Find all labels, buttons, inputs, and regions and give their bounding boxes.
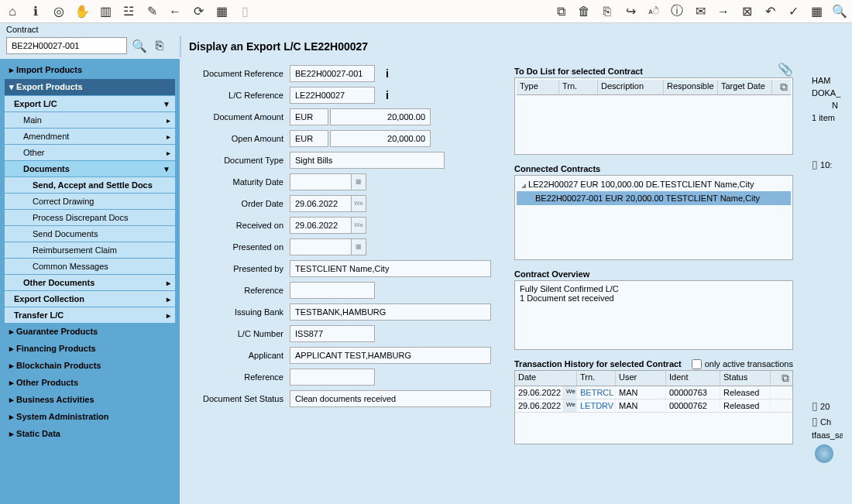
order-date-input[interactable]: [290, 195, 352, 212]
ext-r5[interactable]: ▯ 10:: [812, 158, 843, 170]
nav-documents[interactable]: Documents▼: [5, 161, 175, 177]
page-title: Display an Export L/C LE22H00027: [189, 40, 368, 53]
maturity-input[interactable]: [290, 173, 352, 190]
nav-guarantee[interactable]: ▸ Guarantee Products: [5, 324, 175, 340]
ext-r6[interactable]: ▯ 20: [812, 399, 843, 412]
target-icon[interactable]: ◎: [51, 4, 67, 19]
doc-amount-value[interactable]: [330, 108, 431, 125]
page-icon[interactable]: ▯: [237, 4, 253, 19]
nav-financing[interactable]: ▸ Financing Products: [5, 341, 175, 357]
shapes-icon[interactable]: ☳: [121, 4, 136, 19]
open-amount-value[interactable]: [330, 130, 431, 147]
edit-icon[interactable]: ✎: [144, 4, 160, 19]
back-icon[interactable]: ←: [167, 4, 183, 19]
nav-correct-drawing[interactable]: Correct Drawing: [5, 194, 175, 209]
newdoc-icon[interactable]: ⎘: [599, 4, 615, 19]
nav-other[interactable]: Other▸: [5, 145, 175, 160]
doc-type-input[interactable]: [290, 152, 445, 169]
ext-r1: HAM: [812, 76, 843, 85]
nav-import-products[interactable]: ▸ Import Products: [5, 62, 175, 78]
attachment-icon[interactable]: 📎: [778, 62, 793, 77]
search-icon[interactable]: 🔍: [132, 38, 147, 53]
lc-ref-input[interactable]: [290, 87, 375, 104]
open-amount-currency[interactable]: [290, 130, 328, 147]
applicant-input[interactable]: [290, 347, 491, 364]
only-active-checkbox[interactable]: [692, 359, 702, 369]
nav-send-documents[interactable]: Send Documents: [5, 226, 175, 242]
maturity-label: Maturity Date: [189, 177, 290, 187]
trans-col-date: Date: [515, 371, 577, 386]
nav-export-products[interactable]: ▾ Export Products: [5, 79, 175, 95]
maturity-cal-icon[interactable]: ▦: [351, 173, 366, 190]
cal2-icon[interactable]: ▦: [809, 4, 824, 19]
received-input[interactable]: [290, 217, 352, 234]
info-icon[interactable]: ℹ: [28, 4, 43, 19]
nav-send-accept-settle[interactable]: Send, Accept and Settle Docs: [5, 177, 175, 193]
reference1-input[interactable]: [290, 282, 375, 299]
trans-row-1[interactable]: 29.06.2022 We LETDRV MAN 00000762 Releas…: [515, 399, 792, 413]
edit2-icon[interactable]: ⧉: [553, 4, 569, 19]
mail-icon[interactable]: ✉: [692, 4, 708, 19]
check-icon[interactable]: ✓: [785, 4, 801, 19]
nav-export-collection[interactable]: Export Collection▸: [5, 291, 175, 307]
doc-amount-currency[interactable]: [290, 108, 328, 125]
connected-box: ◢ LE22H00027 EUR 100,000.00 DE.TESTCLIEN…: [514, 175, 793, 260]
info2-icon[interactable]: ⓘ: [669, 4, 685, 19]
presented-by-input[interactable]: [290, 260, 491, 277]
nav-other-documents[interactable]: Other Documents▸: [5, 275, 175, 290]
trash-icon[interactable]: 🗑: [576, 4, 592, 19]
presented-on-cal-icon[interactable]: ▦: [351, 238, 366, 255]
todo-copy-icon[interactable]: ⧉: [777, 80, 791, 94]
presented-on-label: Presented on: [189, 242, 290, 252]
todo-col-desc: Description: [598, 80, 664, 94]
trans-copy-icon[interactable]: ⧉: [778, 371, 792, 386]
doc-open-icon[interactable]: ⎘: [152, 38, 167, 53]
lc-number-input[interactable]: [290, 325, 375, 342]
hand-icon[interactable]: ✋: [74, 4, 90, 19]
ext-r3: N: [812, 101, 843, 110]
nav-transfer-lc[interactable]: Transfer L/C▸: [5, 307, 175, 323]
ext-r7[interactable]: ▯ Ch: [812, 415, 843, 427]
nav-main[interactable]: Main▸: [5, 112, 175, 128]
revchars-icon[interactable]: ᴀੈ: [646, 4, 661, 19]
boxx-icon[interactable]: ⊠: [739, 4, 754, 19]
nav-static-data[interactable]: ▸ Static Data: [5, 426, 175, 442]
presented-on-input[interactable]: [290, 238, 352, 255]
ext-r8: tfaas_sa: [812, 430, 843, 440]
nav-blockchain[interactable]: ▸ Blockchain Products: [5, 358, 175, 374]
doc-set-status-input[interactable]: [290, 390, 491, 407]
nav-export-lc[interactable]: Export L/C▼: [5, 96, 175, 111]
nav-other-products[interactable]: ▸ Other Products: [5, 375, 175, 391]
trans-col-trn: Trn.: [577, 371, 616, 386]
reference2-input[interactable]: [290, 369, 375, 386]
forward-icon[interactable]: ↪: [623, 4, 638, 19]
contract-search-input[interactable]: [6, 37, 127, 54]
doc-ref-input[interactable]: [290, 65, 375, 82]
nav-business-activities[interactable]: ▸ Business Activities: [5, 392, 175, 408]
connected-title: Connected Contracts: [514, 163, 793, 175]
nav-system-admin[interactable]: ▸ System Administration: [5, 409, 175, 425]
nav-common-messages[interactable]: Common Messages: [5, 259, 175, 274]
refresh-icon[interactable]: ⟳: [191, 4, 206, 19]
home-icon[interactable]: ⌂: [5, 4, 20, 19]
connected-child[interactable]: BE22H00027-001 EUR 20,000.00 TESTCLIENT …: [517, 191, 791, 205]
overview-box: Fully Silent Confirmed L/C 1 Document se…: [514, 280, 793, 350]
calendar-icon[interactable]: ▦: [214, 4, 229, 19]
undo-icon[interactable]: ↶: [762, 4, 778, 19]
contract-row: Contract: [0, 23, 852, 34]
magnify-icon[interactable]: 🔍: [832, 4, 847, 19]
send-icon[interactable]: →: [716, 4, 731, 19]
right-column: 📎 To Do List for selected Contract Type …: [514, 65, 793, 502]
lc-ref-info-icon[interactable]: i: [386, 89, 389, 101]
circle-icon[interactable]: [815, 444, 833, 463]
todo-panel: To Do List for selected Contract Type Tr…: [514, 65, 793, 155]
nav-process-discrepant[interactable]: Process Discrepant Docs: [5, 210, 175, 225]
nav-reimbursement[interactable]: Reimbursement Claim: [5, 242, 175, 258]
nav-amendment[interactable]: Amendment▸: [5, 129, 175, 144]
doc-ref-info-icon[interactable]: i: [386, 67, 389, 80]
book-icon[interactable]: ▥: [98, 4, 113, 19]
issuing-bank-input[interactable]: [290, 303, 491, 321]
connected-parent[interactable]: ◢ LE22H00027 EUR 100,000.00 DE.TESTCLIEN…: [517, 177, 791, 191]
only-active-label: only active transactions: [705, 359, 793, 369]
trans-row-0[interactable]: 29.06.2022 We BETRCL MAN 00000763 Releas…: [515, 386, 792, 399]
